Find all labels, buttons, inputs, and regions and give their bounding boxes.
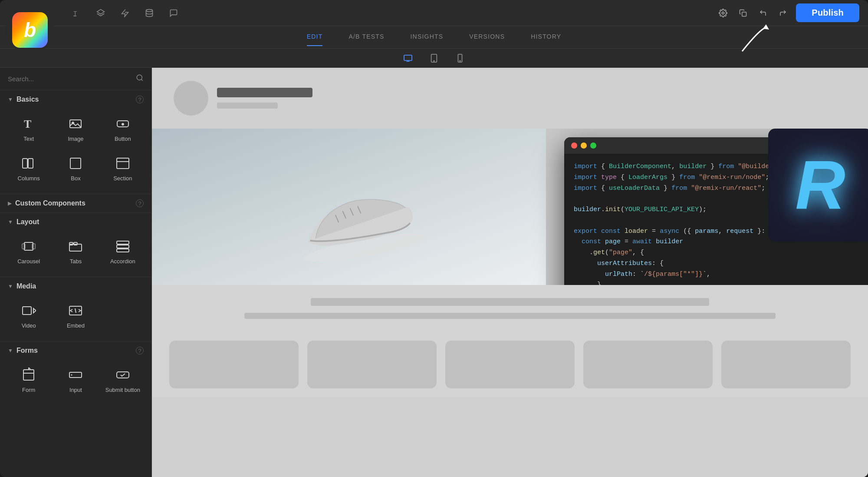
maximize-dot	[590, 142, 596, 149]
columns-component-icon	[21, 156, 36, 172]
sneaker-area: import { BuilderComponent, builder } fro…	[152, 129, 868, 285]
component-input[interactable]: Input	[53, 361, 98, 399]
forms-component-grid: Form Input Submit button	[0, 360, 151, 405]
svg-rect-7	[404, 55, 412, 60]
app-wrapper: b T	[0, 0, 868, 477]
component-button[interactable]: Button	[100, 110, 145, 148]
layers-icon[interactable]	[94, 6, 108, 20]
forms-chevron-icon: ▼	[8, 348, 13, 354]
tab-edit[interactable]: EDIT	[307, 33, 323, 42]
code-line-11: urlPath: `/${params["*"]}`,	[574, 269, 858, 280]
forms-section-header[interactable]: ▼ Forms ?	[0, 341, 151, 360]
search-input[interactable]	[8, 75, 132, 83]
canvas[interactable]: import { BuilderComponent, builder } fro…	[152, 68, 868, 477]
publish-button[interactable]: Publish	[796, 3, 859, 22]
settings-icon[interactable]	[716, 6, 730, 20]
svg-rect-22	[28, 159, 33, 168]
tablet-device-btn[interactable]	[427, 52, 441, 65]
svg-point-3	[146, 9, 153, 11]
component-embed[interactable]: Embed	[53, 297, 98, 335]
svg-line-38	[75, 308, 76, 313]
remix-r-logo: R	[795, 150, 845, 220]
columns-component-label: Columns	[18, 175, 40, 182]
box-component-icon	[68, 156, 83, 172]
component-accordion[interactable]: Accordion	[100, 233, 145, 271]
svg-rect-33	[117, 245, 129, 248]
layout-section-header[interactable]: ▼ Layout	[0, 212, 151, 231]
card-2	[307, 341, 437, 388]
tab-ab-tests[interactable]: A/B TESTS	[349, 33, 384, 42]
code-line-12: },	[574, 280, 858, 285]
svg-point-4	[722, 12, 724, 14]
submit-button-component-icon	[115, 368, 130, 384]
custom-components-section-header[interactable]: ▶ Custom Components ?	[0, 194, 151, 212]
mobile-device-btn[interactable]	[454, 52, 467, 65]
tabs-component-icon	[68, 239, 83, 255]
layout-component-grid: Carousel Tabs Accordion	[0, 231, 151, 277]
text-component-icon: T	[21, 116, 36, 133]
embed-component-icon	[68, 303, 83, 320]
card-5	[721, 341, 851, 388]
tab-versions[interactable]: VERSIONS	[469, 33, 505, 42]
svg-line-15	[141, 79, 142, 80]
carousel-component-label: Carousel	[17, 258, 40, 265]
code-line-9: .get("page", {	[574, 248, 858, 258]
svg-point-13	[460, 60, 460, 61]
bolt-icon[interactable]	[118, 6, 132, 20]
video-component-icon	[21, 303, 36, 320]
tab-insights[interactable]: INSIGHTS	[411, 33, 444, 42]
chat-icon[interactable]	[167, 6, 181, 20]
hero-text	[217, 81, 846, 109]
accordion-component-label: Accordion	[110, 258, 135, 265]
component-carousel[interactable]: Carousel	[6, 233, 51, 271]
embed-component-label: Embed	[67, 322, 85, 329]
component-text[interactable]: T Text	[6, 110, 51, 148]
custom-components-help-icon[interactable]: ?	[136, 199, 144, 207]
hero-line-2	[217, 103, 278, 109]
forms-help-icon[interactable]: ?	[136, 347, 144, 354]
arrow-annotation	[738, 21, 773, 57]
sidebar: ▼ Basics ? T Text Image	[0, 68, 152, 477]
image-component-icon	[68, 116, 83, 133]
minimize-dot	[581, 142, 587, 149]
basics-help-icon[interactable]: ?	[136, 96, 144, 103]
svg-rect-32	[117, 241, 129, 244]
component-video[interactable]: Video	[6, 297, 51, 335]
svg-rect-24	[117, 158, 129, 169]
basics-section-header[interactable]: ▼ Basics ?	[0, 90, 151, 109]
component-form[interactable]: Form	[6, 361, 51, 399]
forms-section-label: Forms	[16, 347, 132, 354]
component-section[interactable]: Section	[100, 150, 145, 188]
text-style-icon[interactable]: T	[69, 6, 83, 20]
svg-text:T: T	[24, 118, 31, 130]
undo-icon[interactable]	[756, 6, 770, 20]
search-icon[interactable]	[136, 74, 144, 84]
logo-inner: b	[12, 12, 48, 48]
card-4	[583, 341, 713, 388]
layout-chevron-icon: ▼	[8, 219, 13, 225]
redo-icon[interactable]	[776, 6, 790, 20]
tab-history[interactable]: HISTORY	[531, 33, 561, 42]
desktop-device-btn[interactable]	[401, 52, 414, 65]
card-row	[152, 332, 868, 397]
code-line-10: userAttributes: {	[574, 258, 858, 269]
component-submit-button[interactable]: Submit button	[100, 361, 145, 399]
component-image[interactable]: Image	[53, 110, 98, 148]
component-tabs[interactable]: Tabs	[53, 233, 98, 271]
card-1	[169, 341, 299, 388]
accordion-component-icon	[115, 239, 130, 255]
component-columns[interactable]: Columns	[6, 150, 51, 188]
copy-icon[interactable]	[736, 6, 750, 20]
database-icon[interactable]	[142, 6, 156, 20]
carousel-component-icon	[21, 239, 36, 255]
button-component-icon	[115, 116, 130, 133]
hero-avatar	[174, 81, 208, 116]
toolbar-right: Publish	[716, 3, 859, 22]
component-box[interactable]: Box	[53, 150, 98, 188]
svg-rect-39	[23, 370, 34, 380]
content-bar-2	[244, 313, 776, 319]
section-component-icon	[115, 156, 130, 172]
input-component-icon	[68, 368, 83, 384]
media-section-header[interactable]: ▼ Media	[0, 277, 151, 295]
toolbar: T	[0, 0, 868, 26]
